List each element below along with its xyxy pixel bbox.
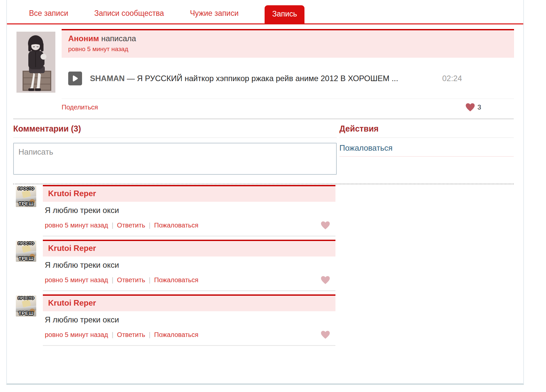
columns: Комментарии (3) Действия Пожаловаться (13, 119, 514, 175)
play-icon (72, 75, 78, 82)
comment-author-name[interactable]: Krutoi Reper (48, 189, 96, 198)
share-link[interactable]: Поделиться (62, 104, 98, 111)
report-post-link[interactable]: Пожаловаться (339, 143, 392, 153)
tab-community-posts[interactable]: Записи сообщества (94, 9, 164, 23)
avatar-caption-top: ПРОСТО (16, 241, 36, 245)
avatar-caption-top: ПРОСТО (16, 187, 36, 191)
comment-report-link[interactable]: Пожаловаться (154, 221, 198, 229)
tab-others-posts[interactable]: Чужие записи (190, 9, 239, 23)
tab-all-posts[interactable]: Все записи (29, 9, 68, 23)
post-likes: 3 (465, 103, 481, 112)
comment-author-avatar[interactable]: ПРОСТО ТРЕШ (16, 186, 36, 207)
tab-post-active[interactable]: Запись (265, 5, 304, 23)
post-divider (62, 99, 514, 99)
comment-author-name[interactable]: Krutoi Reper (48, 244, 96, 253)
avatar-caption-bottom: ТРЕШ (16, 310, 36, 316)
comments-list: ПРОСТО ТРЕШ Krutoi Reper Я люблю треки о… (13, 185, 523, 349)
comment-report-link[interactable]: Пожаловаться (154, 331, 198, 339)
tab-bar: Все записи Записи сообщества Чужие запис… (7, 0, 523, 24)
link-separator: | (149, 276, 151, 284)
heart-icon[interactable] (321, 221, 330, 230)
comment-body: Krutoi Reper Я люблю треки окси ровно 5 … (43, 240, 335, 294)
link-separator: | (149, 331, 151, 339)
comment-header: Krutoi Reper (43, 294, 335, 311)
heart-icon[interactable] (465, 103, 475, 112)
post-author-row: Аноним написала (68, 34, 507, 43)
audio-artist: SHAMAN (90, 74, 125, 83)
comment-report-link[interactable]: Пожаловаться (154, 276, 198, 284)
post-author-avatar[interactable] (16, 32, 55, 93)
comment-item: ПРОСТО ТРЕШ Krutoi Reper Я люблю треки о… (13, 240, 523, 294)
comment-links-row: ровно 5 минут назад | Ответить | Пожалов… (45, 276, 335, 285)
comment-timestamp-link[interactable]: ровно 5 минут назад (45, 331, 108, 339)
comment-reply-link[interactable]: Ответить (117, 276, 145, 284)
link-separator: | (149, 221, 151, 229)
comment-author-avatar[interactable]: ПРОСТО ТРЕШ (16, 241, 36, 262)
comments-heading: Комментарии (3) (13, 124, 337, 134)
comment-input[interactable] (13, 143, 337, 175)
actions-pink-divider (339, 156, 514, 157)
comments-heading-divider (13, 137, 337, 138)
heart-icon[interactable] (321, 330, 330, 339)
comment-links-row: ровно 5 минут назад | Ответить | Пожалов… (45, 221, 335, 230)
link-separator: | (112, 331, 113, 339)
post-timestamp: ровно 5 минут назад (68, 45, 507, 53)
play-button[interactable] (68, 72, 82, 85)
likes-count: 3 (477, 104, 481, 111)
link-separator: | (112, 276, 113, 284)
anime-girl-avatar-image (16, 32, 55, 93)
comment-divider (43, 290, 335, 291)
comment-text: Я люблю треки окси (45, 206, 335, 215)
comment-header: Krutoi Reper (43, 240, 335, 256)
comment-body: Krutoi Reper Я люблю треки окси ровно 5 … (43, 294, 335, 349)
audio-player: SHAMAN — Я РУССКИЙ найткор хэппикор ржак… (68, 72, 514, 85)
comment-item: ПРОСТО ТРЕШ Krutoi Reper Я люблю треки о… (13, 185, 523, 240)
audio-duration: 02:24 (442, 74, 462, 83)
comment-links-row: ровно 5 минут назад | Ответить | Пожалов… (45, 330, 335, 339)
comment-text: Я люблю треки окси (45, 260, 335, 270)
avatar-caption-bottom: ТРЕШ (16, 256, 36, 261)
audio-track-title: SHAMAN — Я РУССКИЙ найткор хэппикор ржак… (90, 74, 436, 83)
post: Аноним написала ровно 5 минут назад SHAM… (16, 29, 514, 112)
actions-heading: Действия (339, 124, 514, 134)
actions-column: Действия Пожаловаться (339, 119, 514, 175)
comment-divider (43, 236, 335, 236)
comment-item: ПРОСТО ТРЕШ Krutoi Reper Я люблю треки о… (13, 294, 523, 349)
audio-title-rest: — Я РУССКИЙ найткор хэппикор ржака рейв … (127, 74, 398, 83)
actions-heading-divider (339, 137, 514, 138)
post-footer: Поделиться 3 (62, 103, 514, 112)
avatar-caption-top: ПРОСТО (16, 296, 36, 300)
heart-icon[interactable] (321, 276, 330, 285)
post-header: Аноним написала ровно 5 минут назад (62, 29, 514, 58)
comment-text: Я люблю треки окси (45, 315, 335, 324)
comment-body: Krutoi Reper Я люблю треки окси ровно 5 … (43, 185, 335, 240)
avatar-caption-bottom: ТРЕШ (16, 201, 36, 206)
link-separator: | (112, 221, 113, 229)
comments-dotted-separator (13, 184, 514, 184)
comment-header: Krutoi Reper (43, 185, 335, 202)
comment-timestamp-link[interactable]: ровно 5 минут назад (45, 276, 108, 284)
comment-timestamp-link[interactable]: ровно 5 минут назад (45, 221, 108, 229)
comment-reply-link[interactable]: Ответить (117, 331, 145, 339)
page-container: Все записи Записи сообщества Чужие запис… (6, 0, 524, 385)
comment-reply-link[interactable]: Ответить (117, 221, 145, 229)
post-author-name[interactable]: Аноним (68, 34, 99, 43)
comment-author-name[interactable]: Krutoi Reper (48, 298, 96, 307)
comment-author-avatar[interactable]: ПРОСТО ТРЕШ (16, 295, 36, 317)
comments-column: Комментарии (3) (13, 119, 337, 175)
post-body: Аноним написала ровно 5 минут назад SHAM… (62, 29, 514, 112)
comment-divider (43, 345, 335, 346)
post-author-action-text: написала (101, 34, 136, 43)
